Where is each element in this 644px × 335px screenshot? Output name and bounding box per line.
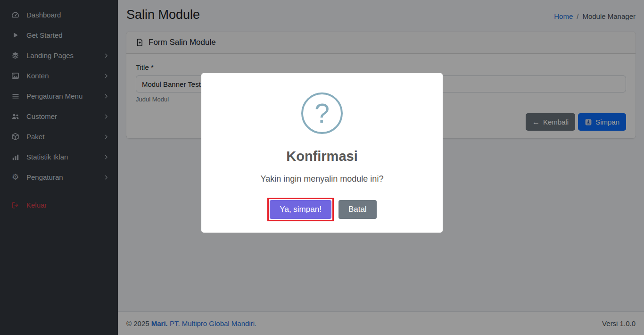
modal-message: Yakin ingin menyalin module ini? (216, 174, 428, 184)
confirm-button-highlight: Ya, simpan! (267, 198, 334, 221)
modal-actions: Ya, simpan! Batal (216, 198, 428, 221)
modal-title: Konfirmasi (216, 149, 428, 164)
question-icon: ? (301, 92, 343, 134)
cancel-button[interactable]: Batal (339, 200, 377, 219)
confirm-modal: ? Konfirmasi Yakin ingin menyalin module… (201, 73, 443, 233)
confirm-button[interactable]: Ya, simpan! (270, 200, 331, 219)
